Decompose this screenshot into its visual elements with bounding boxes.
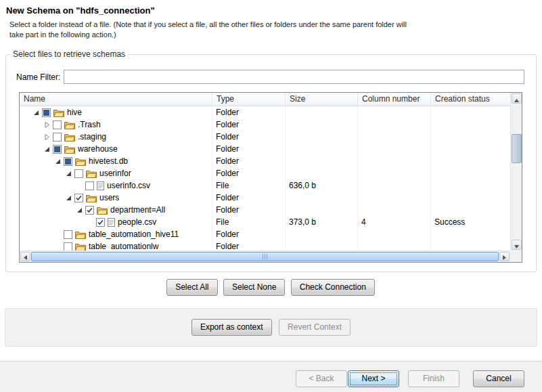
page-title: New Schema on "hdfs_connection" bbox=[6, 5, 155, 16]
column-header-column-number[interactable]: Column number bbox=[358, 93, 431, 106]
scroll-right-button[interactable] bbox=[499, 252, 510, 261]
row-checkbox[interactable] bbox=[42, 108, 51, 117]
cell-name: userinfor bbox=[20, 167, 212, 179]
expand-arrow-icon[interactable] bbox=[43, 121, 51, 129]
vertical-scrollbar-thumb[interactable] bbox=[512, 134, 522, 163]
tree-indent bbox=[22, 222, 86, 223]
cell-type: Folder bbox=[212, 106, 286, 118]
check-connection-button[interactable]: Check Connection bbox=[291, 279, 375, 296]
cell-name: .staging bbox=[20, 131, 212, 143]
cell-status bbox=[431, 106, 510, 118]
cell-type: Folder bbox=[212, 240, 286, 251]
tree-row[interactable]: usersFolder bbox=[20, 192, 510, 204]
back-button: < Back bbox=[296, 370, 347, 387]
tree-row[interactable]: userinfo.csvFile636,0 b bbox=[20, 179, 510, 192]
horizontal-scrollbar[interactable] bbox=[20, 251, 510, 262]
checkbox-filled-state bbox=[65, 158, 71, 165]
file-icon bbox=[108, 218, 115, 227]
tree-row[interactable]: hivetest.dbFolder bbox=[20, 155, 510, 167]
tree-row[interactable]: department=AllFolder bbox=[20, 204, 510, 216]
cancel-button[interactable]: Cancel bbox=[473, 370, 524, 387]
cell-type: Folder bbox=[212, 143, 286, 155]
context-panel: Export as context Revert Context bbox=[5, 308, 537, 347]
cell-columns bbox=[358, 228, 431, 240]
collapse-arrow-icon[interactable] bbox=[64, 194, 73, 202]
collapse-arrow-icon[interactable] bbox=[43, 145, 51, 154]
cell-size: 636,0 b bbox=[286, 179, 358, 192]
expander-placeholder bbox=[75, 181, 84, 190]
row-checkbox[interactable] bbox=[85, 181, 94, 190]
table-body: hiveFolder.TrashFolder.stagingFolderware… bbox=[20, 106, 510, 251]
row-checkbox[interactable] bbox=[85, 206, 94, 215]
cell-status bbox=[431, 204, 510, 216]
cell-name: table_automationlw bbox=[20, 240, 212, 251]
row-checkbox[interactable] bbox=[96, 218, 105, 227]
cell-status bbox=[431, 143, 510, 155]
cell-status bbox=[431, 240, 510, 251]
cell-columns bbox=[358, 204, 431, 216]
collapse-arrow-icon[interactable] bbox=[53, 157, 62, 166]
column-header-name[interactable]: Name bbox=[20, 93, 212, 106]
row-checkbox[interactable] bbox=[53, 121, 62, 129]
cell-size bbox=[286, 167, 358, 179]
expand-arrow-icon[interactable] bbox=[43, 133, 51, 141]
collapse-arrow-icon[interactable] bbox=[32, 108, 41, 117]
cell-columns bbox=[358, 179, 431, 192]
select-none-button[interactable]: Select None bbox=[223, 279, 285, 296]
tree-row[interactable]: .TrashFolder bbox=[20, 118, 510, 131]
collapse-arrow-icon[interactable] bbox=[64, 169, 73, 178]
node-label: warehouse bbox=[78, 143, 118, 155]
folder-icon bbox=[64, 145, 75, 154]
name-filter-input[interactable] bbox=[64, 70, 524, 84]
node-label: .staging bbox=[78, 131, 106, 143]
node-label: .Trash bbox=[78, 118, 101, 131]
cell-name: table_automation_hive11 bbox=[20, 228, 212, 240]
cell-columns: 4 bbox=[358, 216, 431, 228]
tree-row[interactable]: hiveFolder bbox=[20, 106, 510, 118]
cell-status bbox=[431, 155, 510, 167]
cell-size bbox=[286, 228, 358, 240]
column-header-type[interactable]: Type bbox=[212, 93, 286, 106]
column-header-creation-status[interactable]: Creation status bbox=[431, 93, 512, 106]
folder-icon bbox=[75, 230, 86, 239]
folder-icon bbox=[75, 242, 86, 251]
tree-indent bbox=[22, 198, 64, 198]
tree-row[interactable]: table_automation_hive11Folder bbox=[20, 228, 510, 240]
row-checkbox[interactable] bbox=[64, 242, 72, 251]
tree-row[interactable]: .stagingFolder bbox=[20, 131, 510, 143]
next-button[interactable]: Next > bbox=[348, 370, 399, 387]
scroll-left-button[interactable] bbox=[20, 252, 30, 261]
cell-size bbox=[286, 131, 358, 143]
tree-indent bbox=[22, 186, 75, 186]
collapse-arrow-icon[interactable] bbox=[75, 206, 84, 215]
expander-placeholder bbox=[86, 218, 95, 227]
row-checkbox[interactable] bbox=[64, 230, 72, 239]
tree-row[interactable]: warehouseFolder bbox=[20, 143, 510, 155]
scroll-up-button[interactable] bbox=[512, 93, 522, 104]
row-checkbox[interactable] bbox=[53, 133, 62, 141]
tree-row[interactable]: table_automationlwFolder bbox=[20, 240, 510, 251]
cell-size bbox=[286, 192, 358, 204]
tree-row[interactable]: userinforFolder bbox=[20, 167, 510, 179]
export-as-context-button[interactable]: Export as context bbox=[191, 319, 272, 336]
cell-status bbox=[431, 118, 510, 131]
horizontal-scrollbar-thumb[interactable] bbox=[31, 252, 499, 261]
cell-type: Folder bbox=[212, 204, 286, 216]
cell-size bbox=[286, 118, 358, 131]
row-checkbox[interactable] bbox=[53, 145, 62, 154]
cell-size bbox=[286, 204, 358, 216]
row-checkbox[interactable] bbox=[74, 169, 83, 178]
scroll-left-icon bbox=[24, 251, 27, 263]
row-checkbox[interactable] bbox=[74, 194, 83, 202]
row-checkbox[interactable] bbox=[64, 157, 72, 166]
vertical-scrollbar[interactable] bbox=[510, 93, 522, 251]
cell-name: hivetest.db bbox=[20, 155, 212, 167]
cell-name: people.csv bbox=[20, 216, 212, 228]
folder-icon bbox=[64, 133, 75, 141]
tree-indent bbox=[22, 125, 43, 125]
scroll-down-button[interactable] bbox=[512, 240, 522, 250]
tree-row[interactable]: people.csvFile373,0 b4Success bbox=[20, 216, 510, 228]
column-header-size[interactable]: Size bbox=[286, 93, 358, 106]
cell-name: hive bbox=[20, 106, 212, 118]
select-all-button[interactable]: Select All bbox=[166, 279, 217, 296]
